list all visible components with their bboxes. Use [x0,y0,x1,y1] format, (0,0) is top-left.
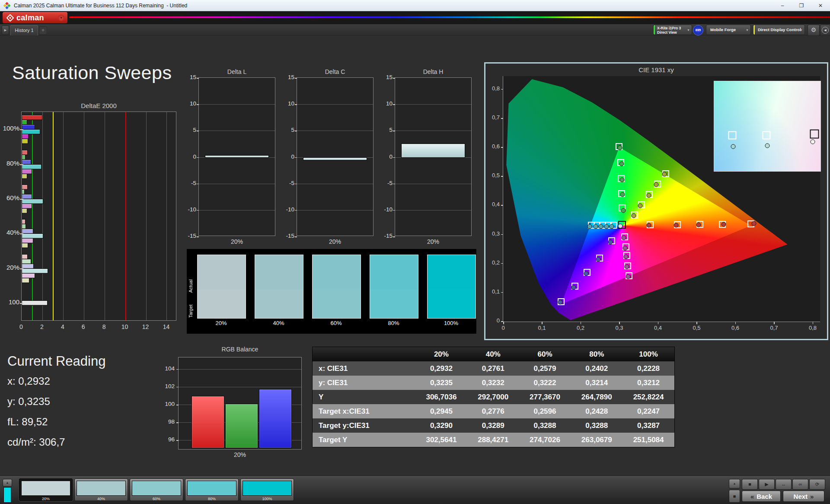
chevron-down-icon: ▼ [687,29,690,32]
deltae-bar [22,243,28,248]
deltae-bar [22,278,29,283]
swatch-actual [370,255,418,290]
table-cell-value: 0,2776 [467,407,519,416]
grid-line [297,131,373,131]
source-dropdown[interactable]: Mobile Forge ▼ [706,25,751,35]
calman-menu-button[interactable]: calman ▼ [3,12,67,23]
pattern-window-button[interactable]: ■ [729,490,740,503]
table-cell-value: 292,7000 [467,393,519,402]
deltae-y-label: 40% [0,229,19,236]
cie-measured-marker [674,223,679,227]
pattern-scroll-up-button[interactable]: ▲ [3,479,12,487]
next-button[interactable]: Next» [783,491,824,502]
cie-measured-marker [620,192,625,197]
grid-line [297,184,373,184]
cie-measured-marker [622,246,627,250]
axis-tick [176,405,179,405]
calman-logo-text: calman [16,13,44,22]
inset-target-marker [762,131,770,139]
grid-line [297,104,373,105]
cie-y-label: 0,6 [487,143,500,150]
swatch-80% [370,255,418,319]
pattern-swatch-chip [132,481,181,496]
deltae-x-label: 10 [118,323,131,330]
pattern-swatch-button-20%[interactable]: 20% [19,478,73,501]
axis-tick [20,129,23,130]
cie-y-tick [501,263,503,264]
pattern-swatch-button-60%[interactable]: 60% [130,478,183,501]
deltae-plot [21,112,176,321]
axis-tick [197,104,199,105]
table-header-cell: 40% [467,350,519,359]
delta-axis-label: -15 [284,233,294,239]
pattern-swatch-label: 40% [75,497,128,501]
calman-window-icon [3,2,10,9]
rgb-y-label: 96 [161,436,175,443]
limit-line-#e00000 [125,112,126,320]
meter-up-button[interactable]: ▲ [729,479,740,488]
add-history-button[interactable]: + [39,26,47,35]
history-panel-expander[interactable]: ▶ [2,26,9,35]
back-button[interactable]: «Back [742,491,781,502]
table-row-label: Target x:CIE31 [313,407,415,416]
pattern-swatch-label: 100% [241,497,294,501]
next-button-label: Next [794,493,808,500]
rgb-y-label: 100 [161,401,175,407]
cie-x-label: 0,8 [804,325,821,331]
display-control-dropdown[interactable]: Direct Display Control ▼ [753,25,805,35]
rgb-x-label: 20% [178,451,302,458]
cie-measured-marker [662,172,667,177]
table-row: Target Y302,5641288,4271274,7026263,0679… [313,433,674,447]
pattern-swatch-chip [187,481,236,496]
transport-stop-button[interactable]: ■ [742,479,758,490]
rainbow-accent-strip [69,16,830,18]
table-row-label: Target y:CIE31 [313,421,415,430]
grid-line [199,131,275,131]
cie-x-tick [619,322,620,324]
cie-y-tick [501,118,503,119]
pattern-swatch-button-40%[interactable]: 40% [74,478,128,501]
rgb-y-label: 102 [161,383,175,389]
collapse-panel-button[interactable]: ◀ [820,25,830,36]
axis-tick [393,104,395,105]
cie-measured-marker [619,162,624,166]
delta-axis-label: 15 [382,74,393,80]
table-cell-value: 274,7026 [519,436,571,444]
transport-play-button[interactable]: ▶ [759,479,775,490]
swatch-target [370,290,418,318]
delta-axis-label: -5 [284,180,294,186]
axis-tick [197,131,199,131]
deltae-x-label: 0 [15,323,28,330]
tab-history-1[interactable]: History 1 [10,25,38,35]
table-cell-value: 0,3232 [467,379,519,387]
table-cell-value: 0,2945 [415,407,467,416]
delta-x-label: 20% [395,238,472,245]
table-cell-value: 277,3670 [519,393,571,402]
transport-loop-button[interactable]: ∞ [792,479,808,490]
delta-axis-label: 0 [185,153,196,160]
axis-tick [176,387,179,388]
deltae-x-label: 4 [56,323,69,330]
cie-y-label: 0,4 [487,201,500,207]
pattern-swatch-button-100%[interactable]: 100% [240,478,294,501]
maximize-button[interactable]: ❐ [792,0,811,11]
source-name: Mobile Forge [710,27,736,32]
settings-gear-button[interactable]: ⚙ [808,25,820,36]
cie-measured-marker [631,213,636,218]
close-button[interactable]: ✕ [811,0,830,11]
axis-tick [197,184,199,185]
axis-tick [393,78,395,79]
transport-step-button[interactable]: ↔ [776,479,792,490]
swatch-label: 20% [197,320,245,326]
axis-tick [197,210,199,211]
meter-dropdown[interactable]: X-Rite i1Pro 3 Direct View ▼ [653,25,692,35]
cie-x-tick [581,322,581,324]
cie-x-label: 0,4 [649,325,667,331]
pattern-swatch-button-80%[interactable]: 80% [185,478,239,501]
deltae-bar [22,174,27,179]
transport-refresh-button[interactable]: ⟳ [809,479,825,490]
minimize-button[interactable]: – [773,0,792,11]
meter-mode: Direct View [657,30,677,35]
active-color-indicator [3,487,11,503]
swatch-100% [427,255,476,319]
